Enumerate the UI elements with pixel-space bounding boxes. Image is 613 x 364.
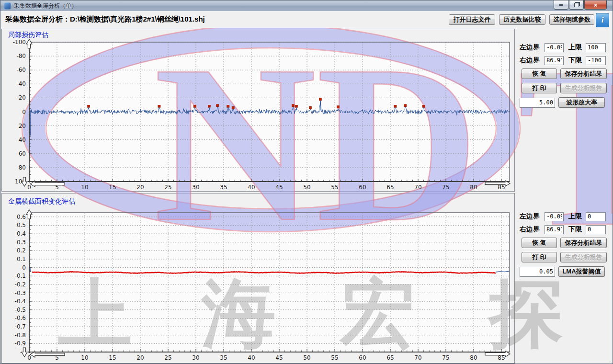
cable-params-button[interactable]: 选择钢缆参数 — [549, 14, 594, 25]
generate-report-button: 生成分析报告 — [560, 252, 607, 262]
lma-chart-title: 金属横截面积变化评估 — [8, 197, 75, 206]
print-button[interactable]: 打 印 — [522, 252, 557, 262]
left-boundary-label: 左边界 — [520, 43, 545, 52]
lma-controls-group: 左边界 上限 右边界 下限 恢 复 保存分析结果 打 印 生成分析报告 — [520, 212, 612, 277]
restore-button[interactable] — [569, 0, 584, 10]
lma-threshold-button[interactable]: LMA报警阈值 — [558, 266, 605, 277]
left-boundary-input[interactable] — [545, 212, 564, 221]
app-window: 采集数据全屏分析（单） × 采集数据全屏分析：D:\检测数据\真光路1楼2#1\… — [0, 0, 613, 364]
charts-area: 局部损伤评估 金属横截面积变化评估 — [0, 28, 516, 364]
left-boundary-label: 左边界 — [520, 212, 545, 221]
restore-view-button[interactable]: 恢 复 — [522, 238, 557, 248]
restore-view-button[interactable]: 恢 复 — [522, 68, 557, 79]
close-icon: × — [594, 2, 598, 8]
header-bar: 采集数据全屏分析：D:\检测数据\真光路1楼2#1\钢丝绳\101.shj 打开… — [0, 11, 613, 28]
generate-report-button: 生成分析报告 — [560, 83, 607, 93]
app-icon — [4, 2, 11, 10]
info-button[interactable]: i — [596, 13, 609, 27]
lma-threshold-input[interactable] — [520, 267, 555, 277]
minimize-icon — [559, 4, 563, 6]
upper-limit-label: 上限 — [568, 212, 586, 221]
history-compare-button[interactable]: 历史数据比较 — [499, 14, 545, 25]
file-path-title: 采集数据全屏分析：D:\检测数据\真光路1楼2#1\钢丝绳\101.shj — [5, 15, 205, 24]
right-boundary-input[interactable] — [545, 56, 564, 65]
damage-chart-panel: 局部损伤评估 — [1, 29, 515, 192]
upper-limit-input[interactable] — [586, 43, 606, 52]
damage-chart-title: 局部损伤评估 — [8, 31, 48, 39]
lower-limit-input[interactable] — [586, 225, 606, 234]
minimize-button[interactable] — [554, 0, 568, 10]
lma-chart-panel: 金属横截面积变化评估 — [1, 193, 515, 364]
lower-limit-label: 下限 — [568, 225, 586, 234]
print-button[interactable]: 打 印 — [522, 83, 557, 93]
right-boundary-input[interactable] — [545, 225, 564, 234]
right-boundary-label: 右边界 — [520, 225, 545, 234]
damage-chart-plot-area[interactable] — [29, 43, 510, 182]
title-bar: 采集数据全屏分析（单） × — [0, 0, 613, 11]
waveform-gain-button[interactable]: 波形放大率 — [558, 97, 605, 108]
upper-limit-label: 上限 — [568, 43, 586, 52]
lower-limit-input[interactable] — [586, 56, 606, 65]
damage-controls-group: 左边界 上限 右边界 下限 恢 复 保存分析结果 打 印 生成分析报告 — [520, 43, 612, 108]
window-title: 采集数据全屏分析（单） — [14, 2, 77, 10]
open-log-button[interactable]: 打开日志文件 — [449, 14, 495, 25]
left-boundary-input[interactable] — [545, 43, 564, 52]
close-button[interactable]: × — [584, 0, 607, 10]
lma-chart-plot-area[interactable] — [29, 213, 510, 353]
save-analysis-button[interactable]: 保存分析结果 — [560, 238, 607, 248]
restore-icon — [574, 3, 579, 7]
save-analysis-button[interactable]: 保存分析结果 — [560, 68, 607, 79]
waveform-gain-input[interactable] — [520, 98, 555, 108]
right-boundary-label: 右边界 — [520, 56, 545, 65]
control-sidebar: 左边界 上限 右边界 下限 恢 复 保存分析结果 打 印 生成分析报告 — [516, 28, 613, 364]
upper-limit-input[interactable] — [586, 212, 606, 221]
lower-limit-label: 下限 — [568, 56, 586, 65]
